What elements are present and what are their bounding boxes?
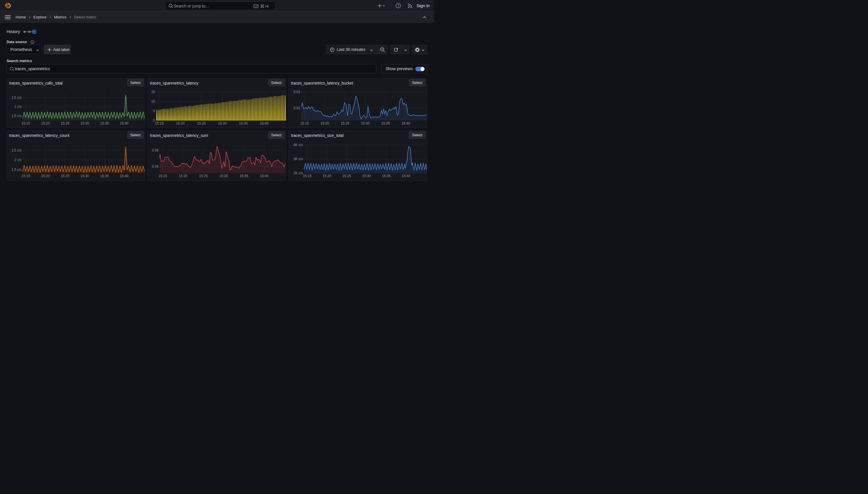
svg-text:15:15: 15:15 <box>22 174 30 178</box>
svg-text:15:25: 15:25 <box>61 174 70 178</box>
svg-text:15:30: 15:30 <box>362 174 371 178</box>
svg-text:3K c/s: 3K c/s <box>293 157 303 161</box>
svg-text:15:40: 15:40 <box>260 174 269 178</box>
svg-text:0.04: 0.04 <box>152 165 159 169</box>
svg-text:15:20: 15:20 <box>322 174 331 178</box>
svg-text:15:20: 15:20 <box>41 121 50 126</box>
svg-text:15:30: 15:30 <box>361 121 369 126</box>
svg-text:0.02: 0.02 <box>293 106 300 110</box>
svg-text:15: 15 <box>151 90 155 94</box>
svg-text:15:35: 15:35 <box>381 121 390 126</box>
svg-text:15:15: 15:15 <box>303 174 311 178</box>
svg-text:2 c/s: 2 c/s <box>14 158 22 162</box>
svg-text:15:25: 15:25 <box>199 174 208 178</box>
svg-text:2.5 c/s: 2.5 c/s <box>12 148 22 152</box>
svg-text:15:15: 15:15 <box>155 121 164 126</box>
svg-text:15:40: 15:40 <box>401 174 410 178</box>
svg-text:15:35: 15:35 <box>382 174 390 178</box>
svg-text:?: ? <box>397 4 399 7</box>
svg-text:1.5 c/s: 1.5 c/s <box>12 167 22 171</box>
svg-text:15:20: 15:20 <box>41 174 50 178</box>
svg-text:15:30: 15:30 <box>80 121 89 126</box>
svg-text:15:35: 15:35 <box>100 174 108 178</box>
svg-text:15:25: 15:25 <box>197 121 206 126</box>
svg-text:2 c/s: 2 c/s <box>14 104 22 109</box>
svg-text:15:40: 15:40 <box>401 121 410 126</box>
svg-text:15:25: 15:25 <box>342 174 351 178</box>
svg-text:2K c/s: 2K c/s <box>293 171 303 175</box>
svg-text:15:40: 15:40 <box>120 121 129 126</box>
svg-text:15:15: 15:15 <box>22 121 30 126</box>
svg-text:15:20: 15:20 <box>320 121 329 126</box>
svg-text:15:30: 15:30 <box>219 174 228 178</box>
svg-text:5: 5 <box>153 109 155 113</box>
svg-text:15:35: 15:35 <box>239 121 248 126</box>
svg-text:1.5 c/s: 1.5 c/s <box>12 114 22 118</box>
svg-text:15:30: 15:30 <box>218 121 227 126</box>
svg-text:15:35: 15:35 <box>240 174 248 178</box>
svg-text:4K c/s: 4K c/s <box>293 143 303 147</box>
svg-text:0.06: 0.06 <box>152 148 159 152</box>
svg-text:15:20: 15:20 <box>179 174 188 178</box>
svg-text:0: 0 <box>153 118 155 122</box>
svg-text:15:35: 15:35 <box>100 121 108 126</box>
svg-text:15:25: 15:25 <box>341 121 349 126</box>
svg-text:15:15: 15:15 <box>300 121 309 126</box>
svg-text:15:20: 15:20 <box>176 121 185 126</box>
svg-text:15:40: 15:40 <box>260 121 269 126</box>
svg-text:0.03: 0.03 <box>293 90 300 94</box>
svg-text:15:25: 15:25 <box>61 121 70 126</box>
svg-text:15:40: 15:40 <box>120 174 129 178</box>
svg-text:15:30: 15:30 <box>80 174 89 178</box>
svg-text:15:15: 15:15 <box>159 174 167 178</box>
svg-text:10: 10 <box>151 99 155 103</box>
svg-text:2.5 c/s: 2.5 c/s <box>12 95 22 99</box>
